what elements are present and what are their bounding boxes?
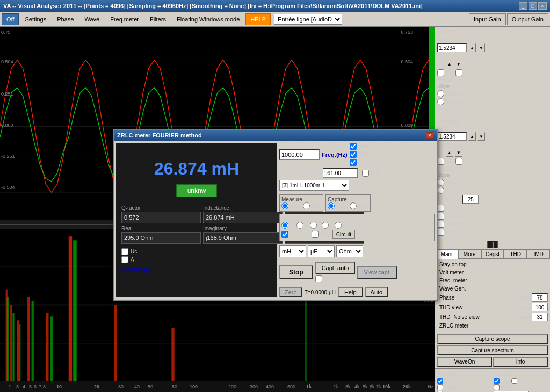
input-gain-btn[interactable]: Input Gain xyxy=(469,13,506,25)
x-3d-check[interactable] xyxy=(511,378,517,384)
maximize-btn[interactable]: □ xyxy=(529,2,537,10)
input-select[interactable]: Entrée ligne [AudioD xyxy=(274,14,342,25)
zrlc-unknw-btn[interactable]: unknw xyxy=(176,184,218,197)
off-btn[interactable]: Off xyxy=(2,13,19,25)
filters-btn[interactable]: Filters xyxy=(145,13,171,25)
help-dialog-btn[interactable]: Help xyxy=(338,287,363,297)
tab-cepst[interactable]: Cepst xyxy=(481,250,504,259)
ch-a-value-input[interactable] xyxy=(437,43,467,52)
y-log-check[interactable] xyxy=(437,378,443,384)
filter-on-check[interactable] xyxy=(350,143,357,150)
ref-input[interactable] xyxy=(323,168,358,178)
stop-btn[interactable]: Stop xyxy=(279,265,313,279)
thd-noise-btn[interactable]: THD+Noise view xyxy=(437,314,517,321)
c-radio[interactable] xyxy=(322,222,329,229)
auto-dialog-btn[interactable]: Auto xyxy=(365,287,388,297)
l-radio[interactable] xyxy=(310,222,317,229)
v-radio[interactable] xyxy=(335,222,342,229)
capture-spectrum-btn[interactable]: Capture spectrum xyxy=(437,345,548,355)
x-true-check[interactable] xyxy=(494,384,500,390)
time-radio[interactable] xyxy=(328,202,335,209)
tab-more[interactable]: More xyxy=(458,250,481,259)
ch-b-up-btn[interactable]: ▲ xyxy=(468,132,476,141)
wave-gen-btn[interactable]: Wave Gen. xyxy=(437,285,548,292)
minimize-btn[interactable]: _ xyxy=(519,2,527,10)
r-radio[interactable] xyxy=(296,222,303,229)
imaginary-input[interactable] xyxy=(203,232,283,244)
mh-dropdown[interactable]: mH xyxy=(279,245,306,257)
floating-windows-btn[interactable]: Floating Windows mode xyxy=(172,13,244,25)
ch-b-value-input[interactable] xyxy=(437,132,467,141)
real-input[interactable] xyxy=(121,232,201,244)
tab-thd[interactable]: THD xyxy=(504,250,527,259)
iz-radio[interactable] xyxy=(281,222,288,229)
ch-b-inv-check[interactable] xyxy=(455,158,462,165)
ch-b-down-btn[interactable]: ▼ xyxy=(477,132,485,141)
freq-radio[interactable] xyxy=(350,202,357,209)
ch-b-zoom-down[interactable]: ▼ xyxy=(455,148,462,157)
vect-check[interactable] xyxy=(312,231,319,238)
used-input[interactable] xyxy=(532,313,548,321)
ch-b-neg-radio[interactable] xyxy=(437,187,444,194)
tab-main[interactable]: Main xyxy=(435,250,458,259)
ch-a-up-btn[interactable]: ▲ xyxy=(468,43,476,52)
ch-b-dcremoval-check[interactable] xyxy=(437,213,444,220)
zero-btn[interactable]: Zero xyxy=(279,287,302,297)
wave-on-btn[interactable]: WaveOn xyxy=(437,357,492,367)
wait-input[interactable] xyxy=(532,293,548,302)
ch-b-trig-left-check[interactable] xyxy=(437,221,444,228)
output-gain-btn[interactable]: Output Gain xyxy=(507,13,548,25)
req-input[interactable] xyxy=(532,303,548,311)
ch-a-zoom-down[interactable]: ▼ xyxy=(455,60,462,68)
ch-a-neg-radio[interactable] xyxy=(437,98,444,105)
uf-dropdown[interactable]: µF xyxy=(308,245,335,257)
ch-b-pos-radio[interactable] xyxy=(437,179,444,186)
inductance-input[interactable] xyxy=(203,212,283,223)
ch-a-inv-check[interactable] xyxy=(455,69,462,76)
ohm-dropdown[interactable]: Ohm xyxy=(336,245,363,257)
capture-scope-btn[interactable]: Capture scope xyxy=(437,334,548,344)
freq-meter-btn[interactable]: Freq.meter xyxy=(105,13,144,25)
volt-meter-btn[interactable]: Volt meter xyxy=(437,269,548,276)
view-capt-btn[interactable]: View capt. xyxy=(357,266,397,279)
q-factor-input[interactable] xyxy=(121,212,201,223)
help-btn[interactable]: HELP xyxy=(245,13,271,25)
freq-meter-btn[interactable]: Freq. meter xyxy=(437,277,548,284)
zrlc-title: ZRLC meter FOURIER method xyxy=(117,132,202,139)
circuit-btn[interactable]: Circuit xyxy=(332,230,355,239)
ch-a-pos-radio[interactable] xyxy=(437,90,444,97)
capt-auto-btn[interactable]: Capt. auto xyxy=(315,262,356,274)
a-check[interactable] xyxy=(121,256,128,263)
phase-menu-btn[interactable]: Phase xyxy=(52,13,78,25)
info-panel-btn[interactable]: Info xyxy=(493,357,548,367)
manual-capture-check[interactable] xyxy=(315,275,322,282)
loop-check[interactable] xyxy=(350,151,357,158)
ch-b-values-check[interactable] xyxy=(437,229,444,236)
ch-a-down-btn[interactable]: ▼ xyxy=(477,43,485,52)
on-top-check[interactable] xyxy=(350,159,357,166)
ch-b-zoom-up[interactable]: ▲ xyxy=(446,148,453,157)
zrlc-meter-btn[interactable]: ZRLC meter xyxy=(437,322,548,329)
thd-view-btn[interactable]: THD view xyxy=(437,304,519,311)
ch-a-zoom-up[interactable]: ▲ xyxy=(446,60,453,68)
y-hold-check[interactable] xyxy=(437,384,443,390)
freq-input[interactable] xyxy=(279,149,320,160)
wave-menu-btn[interactable]: Wave xyxy=(79,13,104,25)
man-radio[interactable] xyxy=(303,202,310,209)
uc-check[interactable] xyxy=(121,248,128,255)
close-btn[interactable]: × xyxy=(538,2,547,10)
auto-radio[interactable] xyxy=(281,202,288,209)
settings-btn[interactable]: Settings xyxy=(20,13,51,25)
ref-range-dropdown[interactable]: [3] 1mH..1000mH xyxy=(279,180,349,191)
phase-btn[interactable]: Phase xyxy=(437,294,519,301)
tab-imd[interactable]: IMD xyxy=(527,250,550,259)
ser-par-check[interactable] xyxy=(281,231,288,238)
stay-on-top-btn[interactable]: Stay on top xyxy=(437,261,548,268)
hold-check[interactable] xyxy=(362,170,369,177)
ch-b-da-check[interactable] xyxy=(437,205,444,212)
x-log-check[interactable] xyxy=(494,378,500,384)
ch-b-delta-input[interactable] xyxy=(462,195,479,204)
ch-b-trig-check[interactable] xyxy=(437,158,444,165)
ch-a-trig-check[interactable] xyxy=(437,69,444,76)
zrlc-close-btn[interactable]: × xyxy=(426,132,433,139)
